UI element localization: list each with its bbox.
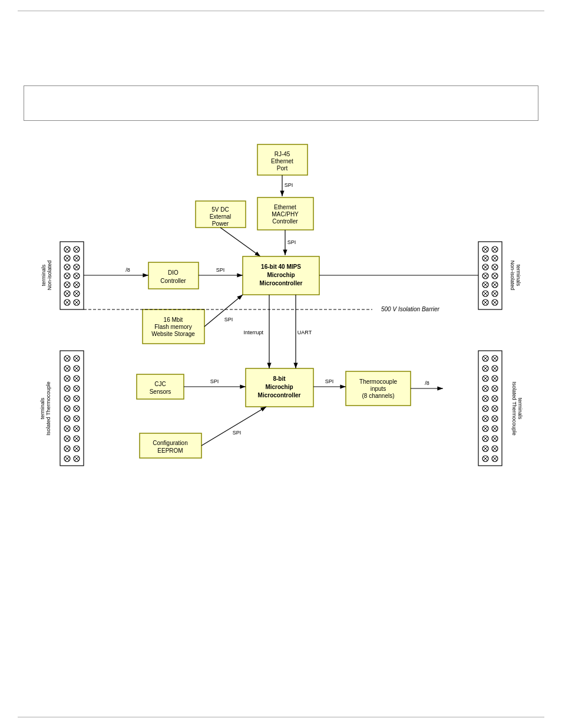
dio-label2: Controller (160, 278, 186, 284)
flash-label2: Flash memory (154, 324, 191, 330)
bottom-rule (18, 717, 544, 717)
slash8-label-right: /8 (425, 380, 429, 386)
left-terminal-symbols-top (64, 246, 80, 305)
cjc-label2: Sensors (150, 388, 171, 395)
right-terminal-symbols-bottom (482, 355, 498, 462)
left-terminal-symbols-bottom (64, 355, 80, 462)
5vdc-label1: 5V DC (211, 206, 229, 213)
flash-label3: Website Storage (151, 331, 195, 337)
eth-mac-label2: MAC/PHY (272, 211, 299, 218)
eeprom-to-mcu8-arrow (201, 407, 266, 446)
text-block (24, 29, 538, 68)
right-non-isolated-label2: terminals (515, 265, 521, 286)
spi-label-2: SPI (287, 239, 296, 245)
eeprom-label2: EEPROM (157, 447, 183, 454)
left-terminal-top (60, 242, 84, 309)
mcu8-label3: Microcontroller (258, 392, 301, 398)
right-terminal-symbols-top (482, 246, 498, 305)
dio-label1: DIO (168, 269, 178, 276)
uart-label: UART (297, 330, 312, 335)
5vdc-label2: External (210, 213, 232, 220)
spi-label-6: SPI (325, 378, 334, 384)
mcu16-label2: Microchip (267, 272, 295, 278)
diagram-area: RJ-45 Ethernet Port SPI Ethernet MAC/PHY… (24, 139, 538, 504)
left-terminal-bottom (60, 351, 84, 466)
left-isolated-label2: terminals (39, 397, 45, 419)
left-isolated-label: Isolated Thermocouple (45, 381, 51, 435)
left-non-isolated-label2: terminals (41, 264, 47, 286)
mcu8-label2: Microchip (265, 384, 293, 390)
eth-mac-label1: Ethernet (274, 204, 296, 210)
mcu8-label1: 8-bit (273, 375, 286, 382)
flash-label1: 16 Mbit (164, 317, 183, 323)
eth-mac-label3: Controller (272, 218, 298, 225)
tc-label2: inputs (371, 386, 386, 392)
spi-label-1: SPI (285, 182, 293, 188)
right-non-isolated-label: Non-isolated (510, 261, 515, 291)
spi-label-3: SPI (216, 267, 225, 273)
rj45-label: RJ-45 (275, 151, 290, 157)
top-rule (18, 11, 544, 11)
bottom-spacer (0, 522, 562, 557)
rj45-label2: Ethernet (271, 158, 293, 164)
mcu16-label1: 16-bit 40 MIPS (261, 263, 301, 270)
5vdc-label3: Power (212, 220, 229, 227)
mcu16-label3: Microcontroller (260, 280, 303, 286)
isolation-barrier-label: 500 V Isolation Barrier (381, 306, 440, 312)
interrupt-label: Interrupt (243, 330, 263, 335)
right-isolated-label: Isolated Thermocouple (511, 381, 517, 435)
cjc-label1: CJC (154, 381, 166, 387)
block-diagram: RJ-45 Ethernet Port SPI Ethernet MAC/PHY… (24, 139, 538, 504)
note-box (24, 85, 538, 121)
flash-to-mcu-arrow (204, 295, 243, 327)
5vdc-to-mcu-arrow (220, 228, 260, 256)
spi-label-5: SPI (210, 378, 219, 384)
spi-label-4: SPI (224, 317, 233, 322)
rj45-label3: Port (277, 165, 288, 172)
right-terminal-bottom (478, 351, 502, 466)
right-isolated-label2: terminals (517, 398, 523, 420)
left-non-isolated-label: Non-isolated (47, 261, 52, 291)
tc-label1: Thermocouple (359, 378, 397, 385)
slash8-label-left: /8 (125, 267, 130, 273)
tc-label3: (8 channels) (362, 393, 394, 399)
spi-label-7: SPI (233, 430, 242, 436)
eeprom-label1: Configuration (153, 440, 187, 446)
right-terminal-top (478, 242, 502, 309)
